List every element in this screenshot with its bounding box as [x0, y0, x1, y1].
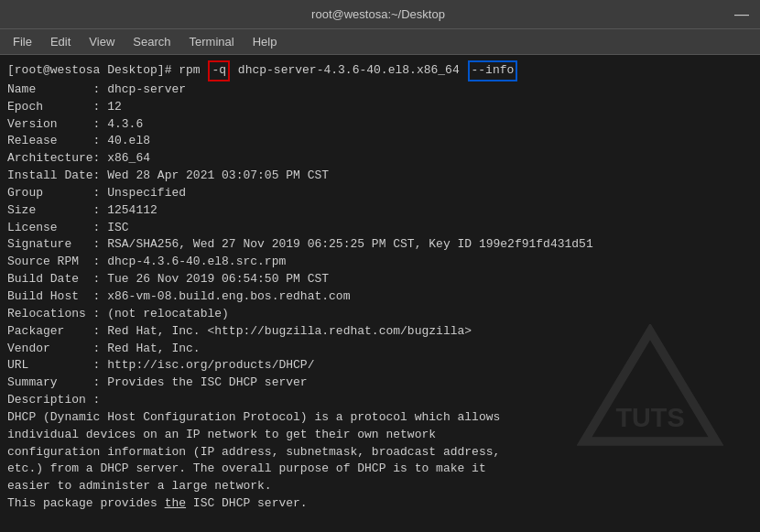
terminal-area: [root@westosa Desktop]# rpm -q dhcp-serv…	[0, 55, 760, 532]
output-line: etc.) from a DHCP server. The overall pu…	[7, 461, 753, 478]
menu-view[interactable]: View	[80, 33, 124, 50]
cmd-info-flag: --info	[468, 60, 518, 81]
output-line: Description :	[7, 392, 753, 409]
titlebar: root@westosa:~/Desktop —	[0, 0, 760, 29]
output-line: Source RPM : dhcp-4.3.6-40.el8.src.rpm	[7, 254, 753, 271]
menu-terminal[interactable]: Terminal	[180, 33, 244, 50]
output-line: Summary : Provides the ISC DHCP server	[7, 375, 753, 392]
menu-edit[interactable]: Edit	[41, 33, 80, 50]
output-line: Vendor : Red Hat, Inc.	[7, 341, 753, 358]
output-line: Install Date: Wed 28 Apr 2021 03:07:05 P…	[7, 168, 753, 185]
output-line: License : ISC	[7, 220, 753, 237]
output-line: This package provides the ISC DHCP serve…	[7, 495, 753, 513]
menu-help[interactable]: Help	[244, 33, 287, 50]
output-line: Build Host : x86-vm-08.build.eng.bos.red…	[7, 288, 753, 306]
output-line: Name : dhcp-server	[7, 81, 753, 99]
output-line: Packager : Red Hat, Inc. <http://bugzill…	[7, 323, 753, 341]
command-line: [root@westosa Desktop]# rpm -q dhcp-serv…	[7, 60, 753, 81]
output-line: configuration information (IP address, s…	[7, 444, 753, 461]
output-line: Build Date : Tue 26 Nov 2019 06:54:50 PM…	[7, 271, 753, 288]
output-line: URL : http://isc.org/products/DHCP/	[7, 357, 753, 375]
menu-search[interactable]: Search	[124, 33, 179, 50]
output-line: Signature : RSA/SHA256, Wed 27 Nov 2019 …	[7, 236, 753, 254]
output-line: Relocations : (not relocatable)	[7, 306, 753, 323]
output-line: Version : 4.3.6	[7, 116, 753, 134]
output-line: Architecture: x86_64	[7, 150, 753, 168]
minimize-button[interactable]: —	[731, 6, 753, 23]
output-line: Group : Unspecified	[7, 185, 753, 202]
titlebar-title: root@westosa:~/Desktop	[26, 7, 731, 21]
cmd-package: dhcp-server-4.3.6-40.el8.x86_64	[231, 62, 466, 80]
output-line: Size : 1254112	[7, 202, 753, 220]
output-line: individual devices on an IP network to g…	[7, 427, 753, 444]
output-line: easier to administer a large network.	[7, 478, 753, 495]
output-line: DHCP (Dynamic Host Configuration Protoco…	[7, 409, 753, 427]
menubar: File Edit View Search Terminal Help	[0, 29, 760, 55]
output-line: Epoch : 12	[7, 99, 753, 116]
cmd-q-flag: -q	[208, 60, 230, 81]
output-container: Name : dhcp-serverEpoch : 12Version : 4.…	[7, 81, 753, 513]
output-line: Release : 40.el8	[7, 133, 753, 150]
menu-file[interactable]: File	[4, 33, 41, 50]
cmd-prompt: [root@westosa Desktop]# rpm	[7, 62, 207, 80]
